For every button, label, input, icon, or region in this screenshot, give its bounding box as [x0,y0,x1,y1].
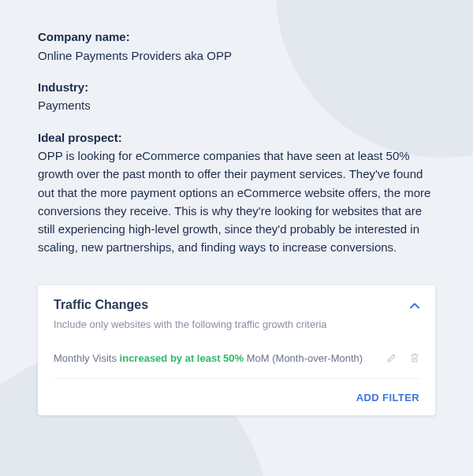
company-name-value: Online Payments Providers aka OPP [38,46,435,65]
filter-highlight: increased by at least 50% [120,352,244,364]
add-filter-button[interactable]: ADD FILTER [356,392,419,403]
traffic-changes-card: Traffic Changes Include only websites wi… [38,285,435,415]
filter-row-actions [386,352,419,363]
filter-text: Monthly Visits increased by at least 50%… [54,352,386,364]
card-header[interactable]: Traffic Changes [54,298,419,312]
trash-icon[interactable] [410,352,419,363]
industry-label: Industry: [38,79,435,97]
ideal-prospect-text: OPP is looking for eCommerce companies t… [38,147,435,257]
edit-icon[interactable] [386,352,397,363]
company-name-label: Company name: [38,28,435,46]
chevron-up-icon[interactable] [410,299,419,311]
card-subtitle: Include only websites with the following… [54,318,419,330]
filter-suffix: MoM (Month-over-Month) [244,352,363,364]
industry-value: Payments [38,96,435,114]
card-title: Traffic Changes [54,298,148,312]
filter-prefix: Monthly Visits [54,352,120,364]
add-filter-row: ADD FILTER [54,390,419,404]
filter-row: Monthly Visits increased by at least 50%… [54,352,419,379]
ideal-prospect-label: Ideal prospect: [38,129,435,147]
company-info-block: Company name: Online Payments Providers … [0,0,473,257]
